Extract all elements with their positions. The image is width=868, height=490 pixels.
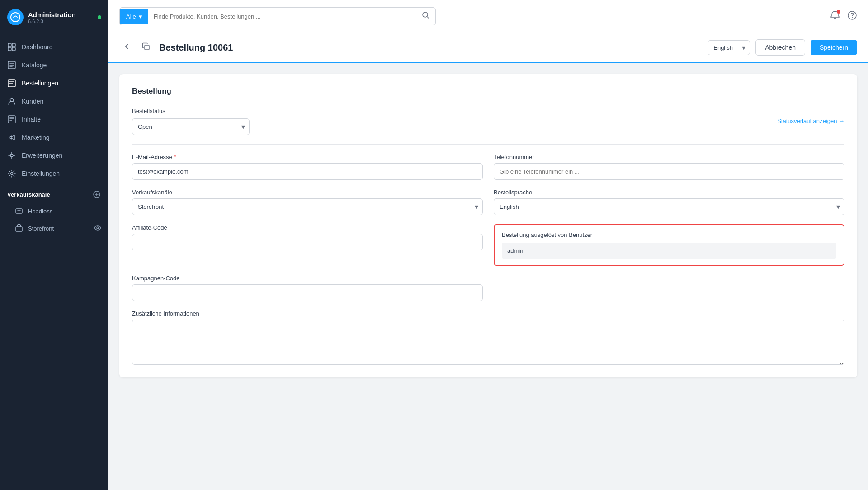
verkaufskanaele-group: Verkaufskanäle Storefront Headless (132, 189, 483, 215)
cancel-button[interactable]: Abbrechen (755, 39, 805, 56)
app-title-block: Administration 6.6.2.0 (28, 11, 76, 24)
sidebar-item-einstellungen[interactable]: Einstellungen (0, 165, 108, 183)
svg-rect-1 (8, 43, 11, 47)
main-content: Alle ▾ (108, 0, 868, 490)
kampagnen-input[interactable] (132, 284, 483, 301)
customers-icon (7, 97, 16, 106)
bestellsprache-label: Bestellsprache (494, 189, 844, 196)
section-label: Verkaufskanäle (7, 191, 50, 198)
telefon-group: Telefonnummer (494, 154, 844, 180)
sidebar-item-bestellungen[interactable]: Bestellungen (0, 74, 108, 92)
page-title: Bestellung 10061 (159, 42, 233, 53)
search-icon[interactable] (416, 8, 435, 25)
svg-point-0 (11, 13, 20, 22)
sidebar-item-headless[interactable]: Headless (0, 203, 108, 220)
dashboard-icon (7, 42, 16, 52)
orders-icon (7, 79, 16, 88)
sidebar-item-erweiterungen[interactable]: Erweiterungen (0, 146, 108, 165)
extensions-icon (7, 151, 16, 160)
svg-rect-12 (16, 209, 22, 213)
affiliate-triggered-row: Affiliate-Code Bestellung ausgelöst von … (132, 224, 844, 266)
zusatz-group: Zusätzliche Informationen (132, 310, 844, 365)
content-icon (7, 115, 16, 124)
sidebar-label-marketing: Marketing (22, 134, 49, 141)
affiliate-input[interactable] (132, 234, 483, 250)
sidebar-header: Administration 6.6.2.0 (0, 0, 108, 34)
svg-rect-13 (16, 227, 22, 231)
topbar-actions (830, 10, 857, 23)
bestellsprache-group: Bestellsprache English Deutsch (494, 189, 844, 215)
page-header: Bestellung 10061 English Deutsch Abbrech… (108, 33, 868, 63)
sidebar-label-einstellungen: Einstellungen (22, 170, 60, 177)
back-button[interactable] (119, 41, 135, 54)
sidebar-item-kataloge[interactable]: Kataloge (0, 56, 108, 74)
add-verkaufskanal-icon[interactable] (92, 190, 101, 199)
notification-dot (837, 10, 840, 14)
svg-point-10 (11, 173, 13, 175)
bestellstatus-label: Bestellstatus (132, 108, 165, 114)
status-link[interactable]: Statusverlauf anzeigen → (777, 118, 844, 124)
affiliate-label: Affiliate-Code (132, 224, 483, 231)
triggered-by-box: Bestellung ausgelöst von Benutzer admin (494, 224, 844, 266)
affiliate-group: Affiliate-Code (132, 224, 483, 266)
bestellstatus-select-wrapper: Open In Progress Completed Cancelled (132, 118, 250, 135)
email-group: E-Mail-Adresse * (132, 154, 483, 180)
divider-1 (132, 144, 844, 145)
copy-button[interactable] (138, 41, 154, 54)
app-version: 6.6.2.0 (28, 19, 76, 24)
notification-icon[interactable] (830, 10, 840, 23)
sidebar-item-dashboard[interactable]: Dashboard (0, 38, 108, 56)
bestellstatus-row: Bestellstatus Open In Progress Completed… (132, 107, 844, 135)
kampagnen-row: Kampagnen-Code (132, 275, 844, 301)
search-container: Alle ▾ (119, 7, 436, 25)
sidebar-item-inhalte[interactable]: Inhalte (0, 110, 108, 128)
svg-rect-3 (8, 47, 11, 51)
svg-rect-8 (8, 116, 15, 123)
catalog-icon (7, 61, 16, 70)
svg-point-15 (423, 12, 428, 17)
sidebar-item-marketing[interactable]: Marketing (0, 128, 108, 146)
settings-icon (7, 169, 16, 178)
topbar: Alle ▾ (108, 0, 868, 33)
status-dot (98, 15, 101, 19)
app-name: Administration (28, 11, 76, 19)
search-input[interactable] (148, 9, 416, 24)
email-telefon-row: E-Mail-Adresse * Telefonnummer (132, 154, 844, 180)
telefon-label: Telefonnummer (494, 154, 844, 160)
svg-point-17 (852, 17, 853, 18)
triggered-by-label: Bestellung ausgelöst von Benutzer (502, 231, 836, 238)
search-filter-button[interactable]: Alle ▾ (120, 9, 148, 24)
app-logo (7, 9, 24, 25)
verkaufskanaele-section: Verkaufskanäle (0, 183, 108, 203)
sidebar: Administration 6.6.2.0 Dashboard (0, 0, 108, 490)
sidebar-label-kunden: Kunden (22, 98, 43, 105)
bestellsprache-select[interactable]: English Deutsch (494, 198, 844, 215)
kampagnen-group: Kampagnen-Code (132, 275, 483, 301)
email-label: E-Mail-Adresse * (132, 154, 483, 160)
language-selector-wrapper: English Deutsch (708, 40, 750, 55)
sidebar-label-headless: Headless (28, 208, 52, 215)
sidebar-nav: Dashboard Kataloge Bestellungen (0, 34, 108, 490)
breadcrumb-nav (119, 41, 154, 54)
sidebar-label-bestellungen: Bestellungen (22, 80, 58, 87)
sidebar-item-kunden[interactable]: Kunden (0, 92, 108, 110)
language-select[interactable]: English Deutsch (708, 40, 750, 55)
bestellstatus-group: Bestellstatus Open In Progress Completed… (132, 107, 250, 135)
save-button[interactable]: Speichern (811, 40, 857, 55)
bestellsprache-select-wrapper: English Deutsch (494, 198, 844, 215)
svg-rect-4 (12, 47, 15, 51)
help-icon[interactable] (847, 10, 857, 23)
verkaufskanaele-select[interactable]: Storefront Headless (132, 198, 483, 215)
svg-rect-18 (145, 45, 149, 50)
email-required: * (174, 154, 176, 160)
sidebar-label-erweiterungen: Erweiterungen (22, 152, 62, 159)
telefon-input[interactable] (494, 163, 844, 180)
eye-icon[interactable] (94, 224, 101, 233)
triggered-by-value: admin (502, 243, 836, 259)
sidebar-label-storefront: Storefront (28, 225, 54, 232)
search-filter-label: Alle (126, 13, 136, 20)
sidebar-item-storefront[interactable]: Storefront (0, 220, 108, 237)
bestellstatus-select[interactable]: Open In Progress Completed Cancelled (132, 118, 250, 135)
zusatz-textarea[interactable] (132, 320, 844, 365)
email-input[interactable] (132, 163, 483, 180)
